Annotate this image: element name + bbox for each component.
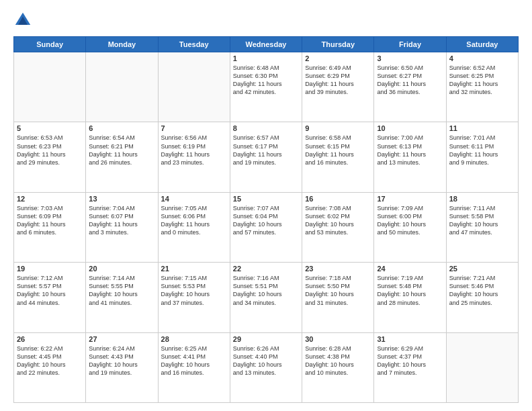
calendar-cell: 28Sunrise: 6:25 AM Sunset: 4:41 PM Dayli… bbox=[158, 332, 230, 402]
weekday-header-sunday: Sunday bbox=[14, 37, 86, 52]
day-number: 31 bbox=[377, 335, 443, 343]
day-info: Sunrise: 6:29 AM Sunset: 4:37 PM Dayligh… bbox=[377, 345, 443, 377]
day-number: 26 bbox=[17, 335, 83, 343]
calendar-cell: 8Sunrise: 6:57 AM Sunset: 6:17 PM Daylig… bbox=[230, 122, 302, 192]
day-number: 25 bbox=[449, 265, 515, 273]
logo-icon bbox=[13, 11, 32, 30]
day-info: Sunrise: 7:11 AM Sunset: 5:58 PM Dayligh… bbox=[449, 204, 515, 237]
day-number: 23 bbox=[305, 265, 371, 273]
day-info: Sunrise: 7:03 AM Sunset: 6:09 PM Dayligh… bbox=[17, 204, 83, 237]
day-info: Sunrise: 6:58 AM Sunset: 6:15 PM Dayligh… bbox=[305, 134, 371, 167]
day-number: 7 bbox=[161, 124, 227, 132]
day-number: 8 bbox=[233, 124, 299, 132]
weekday-header-saturday: Saturday bbox=[446, 37, 518, 52]
calendar-cell bbox=[14, 52, 86, 122]
day-number: 4 bbox=[449, 54, 515, 62]
page: SundayMondayTuesdayWednesdayThursdayFrid… bbox=[0, 0, 532, 411]
day-number: 10 bbox=[377, 124, 443, 132]
header bbox=[13, 11, 519, 30]
calendar-week-2: 12Sunrise: 7:03 AM Sunset: 6:09 PM Dayli… bbox=[14, 192, 519, 262]
day-number: 19 bbox=[17, 265, 83, 273]
calendar-cell bbox=[446, 332, 518, 402]
calendar-cell: 22Sunrise: 7:16 AM Sunset: 5:51 PM Dayli… bbox=[230, 263, 302, 332]
day-info: Sunrise: 7:21 AM Sunset: 5:46 PM Dayligh… bbox=[449, 274, 515, 307]
day-number: 12 bbox=[17, 195, 83, 203]
logo bbox=[13, 11, 35, 30]
calendar-cell: 21Sunrise: 7:15 AM Sunset: 5:53 PM Dayli… bbox=[158, 263, 230, 332]
calendar-week-0: 1Sunrise: 6:48 AM Sunset: 6:30 PM Daylig… bbox=[14, 52, 519, 122]
day-number: 29 bbox=[233, 335, 299, 343]
calendar-cell: 10Sunrise: 7:00 AM Sunset: 6:13 PM Dayli… bbox=[374, 122, 446, 192]
day-info: Sunrise: 7:08 AM Sunset: 6:02 PM Dayligh… bbox=[305, 204, 371, 237]
day-info: Sunrise: 7:18 AM Sunset: 5:50 PM Dayligh… bbox=[305, 274, 371, 307]
calendar-cell: 5Sunrise: 6:53 AM Sunset: 6:23 PM Daylig… bbox=[14, 122, 86, 192]
weekday-header-monday: Monday bbox=[86, 37, 158, 52]
day-number: 28 bbox=[161, 335, 227, 343]
day-info: Sunrise: 7:01 AM Sunset: 6:11 PM Dayligh… bbox=[449, 134, 515, 167]
calendar-cell: 25Sunrise: 7:21 AM Sunset: 5:46 PM Dayli… bbox=[446, 263, 518, 332]
day-info: Sunrise: 6:49 AM Sunset: 6:29 PM Dayligh… bbox=[305, 64, 371, 97]
calendar-cell bbox=[158, 52, 230, 122]
day-info: Sunrise: 6:22 AM Sunset: 4:45 PM Dayligh… bbox=[17, 345, 83, 377]
day-info: Sunrise: 7:19 AM Sunset: 5:48 PM Dayligh… bbox=[377, 274, 443, 307]
calendar-cell: 30Sunrise: 6:28 AM Sunset: 4:38 PM Dayli… bbox=[302, 332, 374, 402]
day-number: 16 bbox=[305, 195, 371, 203]
calendar-cell: 11Sunrise: 7:01 AM Sunset: 6:11 PM Dayli… bbox=[446, 122, 518, 192]
calendar-cell: 23Sunrise: 7:18 AM Sunset: 5:50 PM Dayli… bbox=[302, 263, 374, 332]
day-info: Sunrise: 7:04 AM Sunset: 6:07 PM Dayligh… bbox=[89, 204, 154, 237]
day-number: 14 bbox=[161, 195, 227, 203]
calendar-cell: 24Sunrise: 7:19 AM Sunset: 5:48 PM Dayli… bbox=[374, 263, 446, 332]
calendar-cell: 27Sunrise: 6:24 AM Sunset: 4:43 PM Dayli… bbox=[86, 332, 158, 402]
weekday-header-friday: Friday bbox=[374, 37, 446, 52]
day-number: 3 bbox=[377, 54, 443, 62]
day-info: Sunrise: 7:12 AM Sunset: 5:57 PM Dayligh… bbox=[17, 274, 83, 307]
calendar-cell: 1Sunrise: 6:48 AM Sunset: 6:30 PM Daylig… bbox=[230, 52, 302, 122]
day-info: Sunrise: 7:16 AM Sunset: 5:51 PM Dayligh… bbox=[233, 274, 299, 307]
calendar-cell: 17Sunrise: 7:09 AM Sunset: 6:00 PM Dayli… bbox=[374, 192, 446, 262]
day-number: 27 bbox=[89, 335, 154, 343]
day-number: 17 bbox=[377, 195, 443, 203]
calendar-cell: 2Sunrise: 6:49 AM Sunset: 6:29 PM Daylig… bbox=[302, 52, 374, 122]
calendar-cell: 7Sunrise: 6:56 AM Sunset: 6:19 PM Daylig… bbox=[158, 122, 230, 192]
calendar-cell: 16Sunrise: 7:08 AM Sunset: 6:02 PM Dayli… bbox=[302, 192, 374, 262]
calendar-table: SundayMondayTuesdayWednesdayThursdayFrid… bbox=[13, 36, 519, 403]
calendar-cell: 29Sunrise: 6:26 AM Sunset: 4:40 PM Dayli… bbox=[230, 332, 302, 402]
day-number: 11 bbox=[449, 124, 515, 132]
calendar-cell bbox=[86, 52, 158, 122]
day-number: 5 bbox=[17, 124, 83, 132]
day-info: Sunrise: 6:53 AM Sunset: 6:23 PM Dayligh… bbox=[17, 134, 83, 167]
day-info: Sunrise: 6:26 AM Sunset: 4:40 PM Dayligh… bbox=[233, 345, 299, 377]
day-info: Sunrise: 6:57 AM Sunset: 6:17 PM Dayligh… bbox=[233, 134, 299, 167]
calendar-week-4: 26Sunrise: 6:22 AM Sunset: 4:45 PM Dayli… bbox=[14, 332, 519, 402]
day-info: Sunrise: 7:15 AM Sunset: 5:53 PM Dayligh… bbox=[161, 274, 227, 307]
day-info: Sunrise: 7:09 AM Sunset: 6:00 PM Dayligh… bbox=[377, 204, 443, 237]
day-number: 22 bbox=[233, 265, 299, 273]
calendar-cell: 19Sunrise: 7:12 AM Sunset: 5:57 PM Dayli… bbox=[14, 263, 86, 332]
day-info: Sunrise: 7:14 AM Sunset: 5:55 PM Dayligh… bbox=[89, 274, 154, 307]
calendar-cell: 3Sunrise: 6:50 AM Sunset: 6:27 PM Daylig… bbox=[374, 52, 446, 122]
day-info: Sunrise: 6:25 AM Sunset: 4:41 PM Dayligh… bbox=[161, 345, 227, 377]
calendar-cell: 9Sunrise: 6:58 AM Sunset: 6:15 PM Daylig… bbox=[302, 122, 374, 192]
day-number: 20 bbox=[89, 265, 154, 273]
calendar-cell: 12Sunrise: 7:03 AM Sunset: 6:09 PM Dayli… bbox=[14, 192, 86, 262]
day-info: Sunrise: 6:24 AM Sunset: 4:43 PM Dayligh… bbox=[89, 345, 154, 377]
day-number: 13 bbox=[89, 195, 154, 203]
day-number: 18 bbox=[449, 195, 515, 203]
calendar-week-3: 19Sunrise: 7:12 AM Sunset: 5:57 PM Dayli… bbox=[14, 263, 519, 332]
calendar-cell: 31Sunrise: 6:29 AM Sunset: 4:37 PM Dayli… bbox=[374, 332, 446, 402]
day-info: Sunrise: 7:05 AM Sunset: 6:06 PM Dayligh… bbox=[161, 204, 227, 237]
day-info: Sunrise: 6:52 AM Sunset: 6:25 PM Dayligh… bbox=[449, 64, 515, 97]
calendar-cell: 13Sunrise: 7:04 AM Sunset: 6:07 PM Dayli… bbox=[86, 192, 158, 262]
calendar-cell: 15Sunrise: 7:07 AM Sunset: 6:04 PM Dayli… bbox=[230, 192, 302, 262]
day-number: 9 bbox=[305, 124, 371, 132]
day-number: 2 bbox=[305, 54, 371, 62]
day-info: Sunrise: 6:54 AM Sunset: 6:21 PM Dayligh… bbox=[89, 134, 154, 167]
day-number: 15 bbox=[233, 195, 299, 203]
day-info: Sunrise: 7:00 AM Sunset: 6:13 PM Dayligh… bbox=[377, 134, 443, 167]
weekday-header-row: SundayMondayTuesdayWednesdayThursdayFrid… bbox=[14, 37, 519, 52]
day-info: Sunrise: 6:48 AM Sunset: 6:30 PM Dayligh… bbox=[233, 64, 299, 97]
calendar-cell: 26Sunrise: 6:22 AM Sunset: 4:45 PM Dayli… bbox=[14, 332, 86, 402]
day-number: 6 bbox=[89, 124, 154, 132]
calendar-cell: 6Sunrise: 6:54 AM Sunset: 6:21 PM Daylig… bbox=[86, 122, 158, 192]
day-number: 1 bbox=[233, 54, 299, 62]
